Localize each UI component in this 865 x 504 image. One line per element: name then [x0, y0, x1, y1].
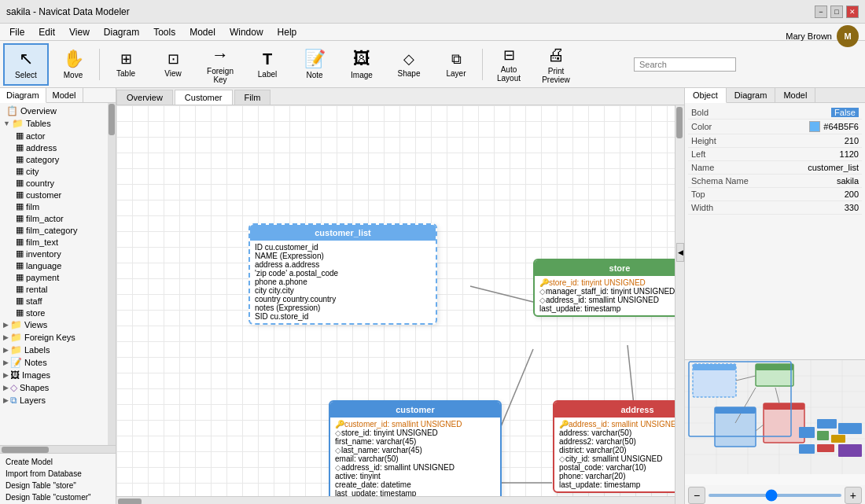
diamond-icon: ◇: [335, 429, 341, 437]
action-create-model[interactable]: Create Model: [2, 456, 113, 468]
hscroll-thumb[interactable]: [118, 498, 142, 505]
tree-table-rental[interactable]: ▦rental: [2, 283, 106, 295]
map-zoom-in[interactable]: +: [845, 487, 862, 504]
tool-print-preview-label: Print Preview: [536, 67, 576, 84]
shapes-arrow: ▶: [3, 384, 9, 392]
tool-auto-layout[interactable]: ⊟ Auto Layout: [486, 43, 532, 86]
menu-tools[interactable]: Tools: [147, 25, 182, 39]
table-film-icon: ▦: [16, 201, 24, 212]
tree-tables-section[interactable]: ▼ 📁 Tables: [2, 117, 106, 130]
tool-move[interactable]: ✋ Move: [50, 43, 96, 86]
tree-images-section[interactable]: ▶🖼Images: [2, 369, 106, 381]
tree-table-inventory[interactable]: ▦inventory: [2, 248, 106, 259]
maximize-button[interactable]: □: [830, 6, 843, 18]
mini-map-footer: − +: [685, 485, 865, 504]
action-design-store[interactable]: Design Table "store": [2, 480, 113, 491]
center-area: Overview Customer Film: [116, 88, 684, 504]
tool-layer[interactable]: ⧉ Layer: [433, 43, 479, 86]
canvas[interactable]: customer_list ID cu.customer_id NAME (Ex…: [116, 105, 675, 496]
tree-table-category[interactable]: ▦category: [2, 153, 106, 165]
zoom-slider[interactable]: [709, 494, 841, 497]
tree-table-country[interactable]: ▦country: [2, 177, 106, 189]
canvas-hscroll[interactable]: [116, 496, 675, 504]
tool-view[interactable]: ⊡ View: [150, 43, 196, 86]
panel-tab-diagram[interactable]: Diagram: [0, 88, 46, 103]
prop-schema-name: Schema Name sakila: [688, 175, 862, 188]
tree-table-store[interactable]: ▦store: [2, 307, 106, 318]
tree-table-address[interactable]: ▦address: [2, 142, 106, 153]
color-swatch: [809, 121, 820, 132]
menu-file[interactable]: File: [3, 25, 31, 39]
tree-table-film[interactable]: ▦film: [2, 200, 106, 212]
views-arrow: ▶: [3, 321, 9, 329]
tree-views-section[interactable]: ▶📁Views: [2, 318, 106, 331]
tree-tables-label: Tables: [26, 119, 51, 128]
prop-color-value: #64B5F6: [823, 122, 859, 131]
toolbar-sep-2: [482, 49, 483, 80]
fk-icon: 📁: [10, 332, 22, 343]
diagram-tab-overview[interactable]: Overview: [116, 90, 173, 105]
minimize-button[interactable]: −: [815, 6, 827, 18]
diagram-tab-customer[interactable]: Customer: [175, 90, 233, 105]
table-store[interactable]: store 🔑store_id: tinyint UNSIGNED ◇manag…: [533, 259, 675, 317]
right-tab-diagram[interactable]: Diagram: [727, 88, 776, 102]
diagram-tab-film[interactable]: Film: [234, 90, 271, 105]
tree-layers-section[interactable]: ▶⧉Layers: [2, 394, 106, 407]
prop-height-label: Height: [691, 136, 716, 145]
table-customer-list[interactable]: customer_list ID cu.customer_id NAME (Ex…: [248, 223, 437, 325]
tool-table[interactable]: ⊞ Table: [103, 43, 149, 86]
tree-table-city[interactable]: ▦city: [2, 165, 106, 177]
prop-color-label: Color: [691, 122, 712, 131]
menu-model[interactable]: Model: [183, 25, 222, 39]
action-import-db[interactable]: Import from Database: [2, 468, 113, 480]
close-button[interactable]: ✕: [846, 6, 859, 18]
tree-shapes-section[interactable]: ▶◇Shapes: [2, 381, 106, 394]
prop-left: Left 1120: [688, 148, 862, 161]
tree-table-film-text[interactable]: ▦film_text: [2, 236, 106, 248]
table-customer[interactable]: customer 🔑customer_id: smallint UNSIGNED…: [329, 400, 502, 496]
tree-table-payment[interactable]: ▦payment: [2, 271, 106, 283]
vscroll-thumb[interactable]: [676, 107, 683, 138]
tree-table-language[interactable]: ▦language: [2, 259, 106, 271]
tool-print-preview[interactable]: 🖨 Print Preview: [533, 43, 579, 86]
tree-table-staff[interactable]: ▦staff: [2, 295, 106, 307]
tool-label[interactable]: T Label: [245, 43, 290, 86]
map-zoom-out[interactable]: −: [688, 487, 705, 504]
right-tab-object[interactable]: Object: [685, 88, 727, 103]
tree-table-film-category[interactable]: ▦film_category: [2, 224, 106, 236]
field-row: last_update: timestamp: [559, 480, 675, 489]
menu-help[interactable]: Help: [271, 25, 304, 39]
right-panel-collapse[interactable]: ◀: [676, 243, 684, 262]
tool-note[interactable]: 📝 Note: [292, 43, 337, 86]
tool-shape[interactable]: ◇ Shape: [386, 43, 432, 86]
tables-icon: 📁: [12, 118, 24, 129]
search-input[interactable]: [634, 57, 736, 72]
svg-rect-36: [817, 444, 834, 452]
tree-table-film-actor[interactable]: ▦film_actor: [2, 212, 106, 224]
menu-window[interactable]: Window: [223, 25, 270, 39]
tree-labels-section[interactable]: ▶📁Labels: [2, 344, 106, 356]
tree-notes-section[interactable]: ▶📝Notes: [2, 356, 106, 369]
left-bottom-scrollbar[interactable]: [0, 445, 116, 453]
menu-view[interactable]: View: [63, 25, 96, 39]
svg-rect-35: [799, 444, 815, 454]
tree-overview[interactable]: 📋 Overview: [2, 105, 106, 117]
menu-edit[interactable]: Edit: [32, 25, 61, 39]
views-icon: 📁: [10, 319, 22, 330]
tool-image[interactable]: 🖼 Image: [339, 43, 385, 86]
canvas-vscroll[interactable]: [675, 105, 684, 504]
tool-foreign-key[interactable]: → Foreign Key: [197, 43, 243, 86]
action-design-customer[interactable]: Design Table "customer": [2, 491, 113, 503]
tool-select[interactable]: ↖ Select: [3, 43, 49, 86]
tree-table-actor[interactable]: ▦actor: [2, 130, 106, 142]
panel-tab-model[interactable]: Model: [46, 88, 83, 102]
menu-diagram[interactable]: Diagram: [98, 25, 145, 39]
tree-fk-section[interactable]: ▶📁Foreign Keys: [2, 331, 106, 344]
user-avatar: M: [837, 25, 859, 47]
tree-scrollbar[interactable]: [108, 103, 116, 445]
right-tab-model[interactable]: Model: [775, 88, 815, 102]
field-row: ◇address_id: smallint UNSIGNED: [335, 463, 495, 472]
table-address[interactable]: address 🔑address_id: smallint UNSIGNED a…: [553, 400, 675, 493]
table-city-icon: ▦: [16, 166, 24, 176]
tree-table-customer[interactable]: ▦customer: [2, 189, 106, 200]
